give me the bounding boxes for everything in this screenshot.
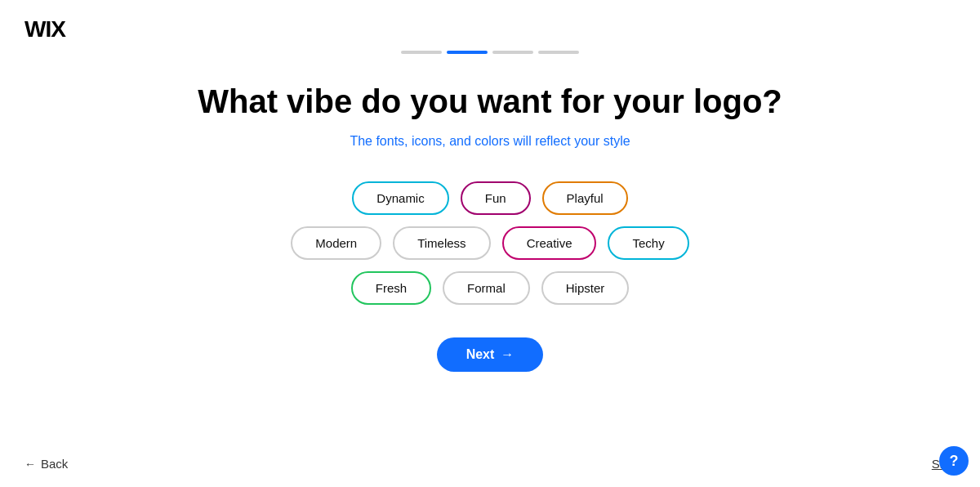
- help-button[interactable]: ?: [939, 446, 969, 476]
- vibe-chip-playful[interactable]: Playful: [542, 181, 628, 215]
- progress-segment-1: [401, 51, 442, 54]
- back-button[interactable]: ← Back: [24, 457, 68, 471]
- progress-bar: [401, 51, 579, 54]
- vibe-chip-dynamic[interactable]: Dynamic: [352, 181, 448, 215]
- vibe-chip-fun[interactable]: Fun: [461, 181, 531, 215]
- back-label: Back: [41, 457, 68, 471]
- vibe-options: Dynamic Fun Playful Modern Timeless Crea…: [291, 181, 688, 305]
- vibe-chip-formal[interactable]: Formal: [443, 271, 530, 305]
- vibe-chip-creative[interactable]: Creative: [502, 226, 597, 260]
- progress-segment-3: [492, 51, 533, 54]
- progress-segment-2: [447, 51, 488, 54]
- page-title: What vibe do you want for your logo?: [198, 82, 782, 121]
- vibe-row-1: Dynamic Fun Playful: [352, 181, 627, 215]
- vibe-row-3: Fresh Formal Hipster: [351, 271, 630, 305]
- vibe-chip-modern[interactable]: Modern: [291, 226, 381, 260]
- progress-segment-4: [538, 51, 579, 54]
- vibe-chip-techy[interactable]: Techy: [608, 226, 688, 260]
- vibe-chip-timeless[interactable]: Timeless: [393, 226, 490, 260]
- vibe-chip-fresh[interactable]: Fresh: [351, 271, 431, 305]
- next-button[interactable]: Next →: [437, 337, 544, 372]
- arrow-right-icon: →: [501, 347, 514, 362]
- footer: ← Back Skip: [24, 457, 956, 471]
- help-icon: ?: [950, 453, 959, 470]
- vibe-row-2: Modern Timeless Creative Techy: [291, 226, 688, 260]
- header: WIX: [24, 16, 65, 42]
- back-arrow-icon: ←: [24, 458, 36, 471]
- wix-logo: WIX: [24, 16, 65, 42]
- main-content: What vibe do you want for your logo? The…: [163, 82, 817, 372]
- vibe-chip-hipster[interactable]: Hipster: [541, 271, 630, 305]
- next-button-label: Next: [466, 347, 495, 362]
- page-subtitle: The fonts, icons, and colors will reflec…: [350, 134, 630, 149]
